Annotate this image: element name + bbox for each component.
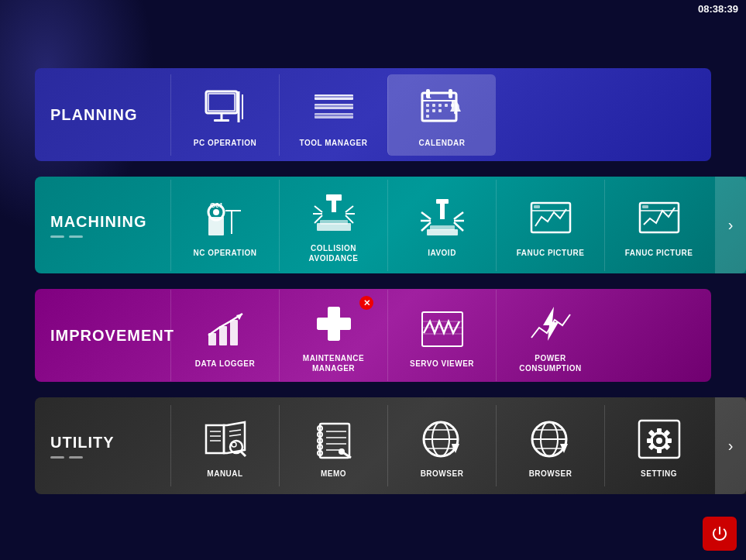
fanuc-picture-1-icon: [528, 195, 574, 242]
svg-rect-51: [427, 229, 458, 235]
svg-rect-19: [438, 104, 442, 107]
maintenance-badge: ✕: [359, 296, 373, 310]
power-consumption-label: Power consumption: [504, 353, 596, 373]
svg-rect-18: [432, 104, 435, 107]
nc-operation-item[interactable]: G01 NC OPERATION: [170, 180, 279, 271]
browser-1-label: BROWSER: [421, 469, 464, 479]
svg-point-29: [213, 209, 219, 215]
planning-label: PLANNING: [35, 106, 170, 124]
tool-manager-item[interactable]: TOOL MANAGER: [279, 74, 387, 156]
svg-rect-55: [534, 205, 540, 208]
svg-marker-71: [543, 307, 559, 341]
browser-1-item[interactable]: BROWSER: [387, 405, 496, 486]
svg-line-48: [454, 212, 463, 219]
svg-text:1: 1: [427, 91, 431, 100]
svg-rect-61: [230, 320, 238, 345]
calendar-label: CALENDAR: [418, 138, 465, 148]
maintenance-manager-label: MAINTENANCE MANAGER: [287, 353, 380, 373]
svg-rect-58: [642, 205, 648, 208]
machining-items: G01 NC OPERATION: [170, 180, 746, 271]
machining-arrow-button[interactable]: ›: [715, 177, 746, 273]
power-consumption-icon: [528, 301, 574, 347]
utility-arrow-button[interactable]: ›: [715, 397, 746, 494]
fanuc-picture-1-label: FANUC PICTURE: [517, 248, 585, 258]
data-logger-label: DATA LOGGER: [195, 359, 256, 369]
memo-label: MEMO: [321, 469, 346, 479]
iavoid-label: iAVOID: [428, 248, 456, 258]
svg-line-78: [241, 452, 246, 456]
maintenance-manager-item[interactable]: ✕ MAINTENANCE MANAGER: [279, 290, 387, 381]
collision-avoidance-item[interactable]: COLLISION AVOIDANCE: [279, 180, 387, 271]
svg-rect-24: [438, 109, 442, 112]
manual-icon: [202, 416, 249, 462]
pc-operation-label: PC OPERATION: [194, 138, 256, 148]
data-logger-icon: [202, 306, 249, 352]
svg-rect-108: [657, 428, 662, 435]
fanuc-picture-2-item[interactable]: FANUC PICTURE: [604, 180, 713, 271]
browser-2-icon: [528, 416, 574, 462]
nc-operation-icon: G01: [202, 195, 249, 242]
svg-rect-15: [449, 89, 452, 98]
svg-rect-17: [426, 104, 429, 107]
calendar-item[interactable]: 1 CALENDAR: [387, 74, 496, 156]
tool-manager-label: TOOL MANAGER: [300, 138, 368, 148]
improvement-items: DATA LOGGER ✕ MAINTENANCE MANAGER: [170, 290, 711, 381]
servo-viewer-item[interactable]: SERVO Viewer: [387, 290, 496, 381]
manual-item[interactable]: MANUAL: [170, 405, 279, 486]
svg-rect-44: [440, 204, 445, 219]
nc-operation-label: NC OPERATION: [194, 248, 257, 258]
memo-item[interactable]: MEMO: [279, 405, 387, 486]
svg-line-76: [229, 435, 241, 436]
svg-rect-66: [317, 318, 351, 330]
collision-avoidance-label: COLLISION AVOIDANCE: [287, 243, 380, 263]
svg-point-79: [232, 442, 236, 447]
svg-rect-43: [436, 199, 449, 204]
data-logger-item[interactable]: DATA LOGGER: [170, 290, 279, 381]
planning-items: PC OPERATION TOOL MANAGER: [170, 74, 711, 156]
svg-rect-1: [208, 94, 235, 111]
improvement-section: IMPROVEMENT DATA LOGGER: [35, 289, 711, 382]
utility-section: UTILITY: [35, 397, 746, 494]
svg-line-35: [315, 206, 322, 212]
utility-items: MANUAL: [170, 405, 746, 486]
calendar-icon: 1: [419, 85, 466, 132]
svg-rect-20: [445, 104, 448, 107]
setting-item[interactable]: SETTING: [604, 405, 713, 486]
improvement-label: IMPROVEMENT: [35, 327, 170, 345]
fanuc-picture-2-icon: [636, 195, 682, 242]
browser-2-label: BROWSER: [529, 469, 572, 479]
svg-rect-52: [430, 225, 455, 230]
svg-rect-22: [426, 109, 429, 112]
svg-line-45: [421, 212, 431, 219]
memo-icon: [311, 416, 357, 462]
browser-1-icon: [419, 416, 466, 462]
svg-point-26: [454, 111, 457, 114]
setting-label: SETTING: [641, 469, 677, 479]
servo-viewer-icon: [419, 306, 466, 352]
svg-rect-34: [332, 201, 336, 212]
svg-rect-111: [665, 438, 672, 443]
browser-2-item[interactable]: BROWSER: [496, 405, 604, 486]
machining-section: MACHINING G01 NC OPERATION: [35, 177, 746, 273]
manual-label: MANUAL: [207, 469, 242, 479]
power-consumption-item[interactable]: Power consumption: [496, 290, 604, 381]
fanuc-picture-2-label: FANUC PICTURE: [625, 248, 693, 258]
time-display: 08:38:39: [690, 0, 746, 18]
svg-line-38: [345, 206, 353, 212]
pc-operation-icon: [202, 85, 249, 132]
maintenance-manager-icon: [311, 301, 357, 347]
pc-operation-item[interactable]: PC OPERATION: [170, 74, 279, 156]
servo-viewer-label: SERVO Viewer: [410, 359, 474, 369]
setting-icon: [636, 416, 682, 462]
power-button[interactable]: [703, 517, 737, 551]
iavoid-item[interactable]: iAVOID: [387, 180, 496, 271]
svg-line-75: [229, 430, 241, 431]
utility-label: UTILITY: [35, 434, 170, 459]
iavoid-icon: [419, 195, 466, 242]
planning-section: PLANNING PC OPERATION: [35, 68, 711, 161]
svg-rect-60: [219, 326, 227, 345]
svg-rect-0: [206, 91, 237, 113]
machining-dashes: [50, 235, 83, 238]
fanuc-picture-1-item[interactable]: FANUC PICTURE: [496, 180, 604, 271]
svg-rect-33: [326, 194, 342, 201]
